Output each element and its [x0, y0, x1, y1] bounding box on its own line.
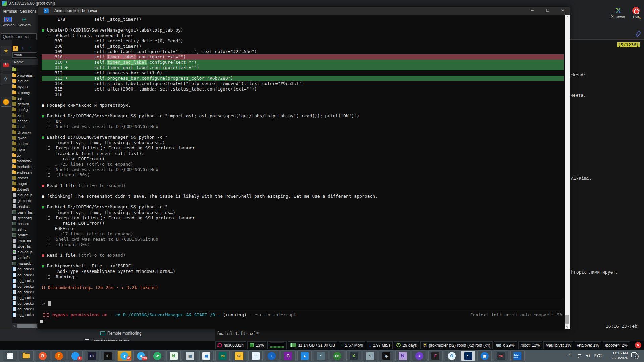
taskbar-mobaxterm[interactable]: X — [346, 351, 361, 361]
taskbar-photos[interactable]: ▲ — [297, 351, 312, 361]
taskbar-monitor-app[interactable]: ▣ — [477, 351, 492, 361]
taskbar-frkt[interactable]: FR — [85, 351, 99, 361]
file-row[interactable]: .lesshst — [12, 204, 38, 209]
file-row[interactable]: log_backu — [12, 284, 38, 289]
volume-icon[interactable]: ◄) — [585, 353, 590, 357]
file-row[interactable]: .claude.js — [12, 192, 38, 198]
pencil-icon[interactable]: ✎ — [638, 16, 642, 21]
remote-files-button[interactable] — [1, 97, 11, 107]
notification-icon[interactable]: 32 — [631, 352, 637, 357]
favorites-button[interactable]: ★ — [1, 46, 11, 56]
download-icon[interactable]: ↓ — [20, 45, 25, 51]
taskbar-mremoteng[interactable]: mR — [494, 351, 508, 361]
file-row[interactable]: .cache — [12, 118, 38, 124]
taskbar-calculator[interactable]: ▦ — [183, 351, 197, 361]
file-row[interactable]: .nuget — [12, 181, 38, 187]
statusbar-close-button[interactable]: ✕ — [635, 342, 641, 348]
file-row[interactable]: go — [12, 153, 38, 158]
scroll-thumb[interactable] — [565, 315, 569, 324]
minimize-button[interactable]: ─ — [528, 8, 537, 12]
taskbar-figma[interactable]: F — [428, 351, 443, 361]
file-row[interactable]: dotnet9 — [12, 187, 38, 192]
scroll-thumb[interactable] — [17, 324, 37, 328]
taskbar-hs-app[interactable]: HS — [330, 351, 344, 361]
taskbar-github[interactable]: ● — [412, 351, 426, 361]
file-row[interactable]: log_backu — [12, 272, 38, 278]
vertical-scrollbar[interactable]: ^ v — [565, 15, 570, 329]
file-row[interactable]: log_backu — [12, 278, 38, 284]
file-row[interactable]: .qwen — [12, 135, 38, 141]
taskbar-messenger[interactable]: 2 — [68, 351, 83, 361]
claude-titlebar[interactable]: >_ · Animation field behavior ─ ☐ ✕ — [38, 7, 570, 15]
tray-expand-chevron[interactable]: ^ — [568, 353, 570, 357]
name-column-header[interactable]: Name — [12, 59, 38, 65]
file-row[interactable]: .git-crede — [12, 198, 38, 204]
file-row[interactable]: .gitconfig — [12, 215, 38, 221]
path-input[interactable]: /root/ — [12, 52, 37, 58]
tools-button[interactable] — [1, 60, 11, 70]
horizontal-scrollbar[interactable]: < — [12, 323, 38, 329]
xserver-button[interactable]: X X server — [610, 7, 627, 19]
taskbar-brave[interactable]: B — [36, 351, 50, 361]
file-row[interactable]: myvpn — [12, 84, 38, 90]
file-row[interactable]: log_backu — [12, 266, 38, 272]
taskbar-g-doc[interactable]: G — [281, 351, 296, 361]
taskbar-cmd[interactable]: >_ — [101, 351, 115, 361]
close-button[interactable]: ✕ — [558, 8, 568, 13]
file-row[interactable]: .dotnet — [12, 175, 38, 181]
file-row[interactable]: .codex — [12, 141, 38, 147]
file-row[interactable]: .zshrc — [12, 227, 38, 232]
file-row[interactable]: log_backu — [12, 306, 38, 312]
file-row[interactable]: .wget-hs — [12, 244, 38, 249]
file-row[interactable]: .ssh — [12, 96, 38, 101]
taskbar-browser-o[interactable]: O — [445, 351, 459, 361]
taskbar-start[interactable] — [3, 351, 17, 361]
file-row[interactable]: endlessh — [12, 170, 38, 175]
taskbar-notepad-plus[interactable]: N — [166, 351, 181, 361]
file-row[interactable]: .viminfo — [12, 255, 38, 261]
scroll-up-arrow[interactable]: ^ — [565, 16, 570, 19]
taskbar-notepad[interactable]: ≡ — [248, 351, 263, 361]
file-row[interactable]: .local — [12, 124, 38, 130]
taskbar-powershell[interactable]: ≥_ — [461, 351, 475, 361]
taskbar-telegram-2[interactable]: ➤715 — [133, 351, 148, 361]
taskbar-obsidian[interactable]: ◆ — [379, 351, 393, 361]
tray-clock[interactable]: 11:16 AM 2/23/2026 — [604, 351, 628, 361]
upload-icon[interactable]: ↑ — [27, 45, 33, 51]
text-cursor[interactable] — [48, 301, 51, 306]
send-button[interactable]: ✈ — [1, 74, 11, 84]
taskbar-sync[interactable]: ⟳ — [150, 351, 164, 361]
file-row[interactable]: proxyapis — [12, 73, 38, 78]
file-row[interactable]: .di-proxy — [12, 130, 38, 135]
taskbar-wave-app[interactable]: ~ — [314, 351, 328, 361]
taskbar-utility[interactable]: ⚙ — [232, 351, 246, 361]
file-row[interactable]: ai-proxy- — [12, 90, 38, 96]
taskbar-telegram-1[interactable]: ➤30 — [117, 351, 132, 361]
file-row[interactable]: log_backu — [12, 289, 38, 295]
scroll-left-arrow[interactable]: < — [12, 323, 17, 329]
servers-button[interactable]: ✳ Servers — [17, 17, 32, 27]
folder-up-icon[interactable]: t — [13, 46, 18, 51]
file-row[interactable]: log_backu — [12, 295, 38, 301]
taskbar-firefox[interactable]: F — [52, 351, 66, 361]
file-row[interactable]: .mariadb_ — [12, 261, 38, 266]
file-row[interactable]: log_backu — [12, 301, 38, 306]
language-indicator[interactable]: РУС — [594, 353, 602, 358]
file-row[interactable]: .profile — [12, 232, 38, 238]
file-row[interactable]: .claude — [12, 78, 38, 84]
taskbar-blue-ball[interactable]: ◗ — [265, 351, 279, 361]
tab-sessions[interactable]: Sessions — [20, 9, 37, 14]
quick-connect-input[interactable]: Quick connect. — [1, 33, 37, 40]
taskbar-v8-app[interactable]: V8 — [215, 351, 230, 361]
file-row[interactable]: .kimi — [12, 113, 38, 118]
taskbar-quick-utmo[interactable]: Quick utmo — [510, 351, 525, 361]
remote-monitoring-button[interactable]: Remote monitoring — [100, 331, 141, 336]
taskbar-panel-app[interactable]: ▤ — [199, 351, 214, 361]
taskbar-audio-app[interactable]: ∿ — [363, 351, 377, 361]
file-row[interactable]: .bashrc — [12, 221, 38, 227]
file-row[interactable]: mariadb-i — [12, 158, 38, 164]
file-row[interactable]: .claude.js — [12, 249, 38, 255]
file-row[interactable]: .. — [12, 67, 38, 73]
file-row[interactable]: .bash_his — [12, 209, 38, 215]
taskbar-notion[interactable]: N — [395, 351, 410, 361]
